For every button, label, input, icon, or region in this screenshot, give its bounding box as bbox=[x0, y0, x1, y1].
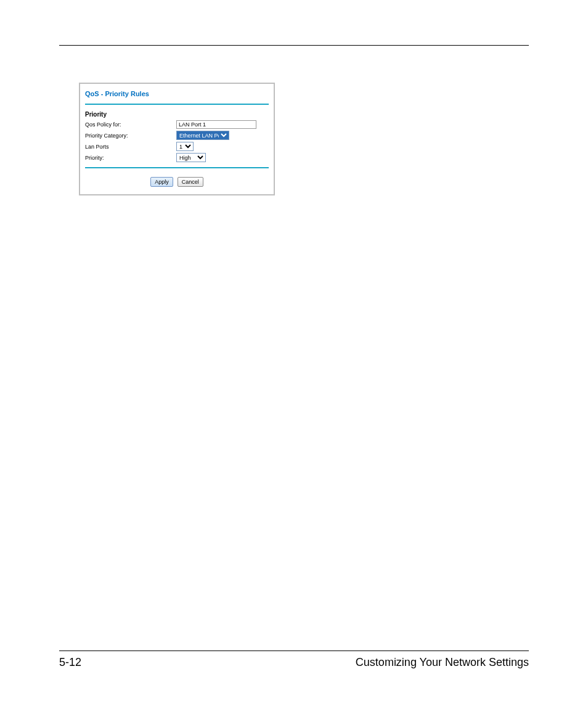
select-priority-category[interactable]: Ethernet LAN Port bbox=[176, 131, 229, 140]
page-footer-rule bbox=[59, 651, 529, 651]
row-policy-for: Qos Policy for: bbox=[85, 120, 269, 129]
row-lan-ports: Lan Ports 1 bbox=[85, 142, 269, 151]
label-policy-for: Qos Policy for: bbox=[85, 120, 176, 129]
cancel-button[interactable]: Cancel bbox=[178, 177, 203, 187]
qos-priority-rules-panel: QoS - Priority Rules Priority Qos Policy… bbox=[79, 83, 275, 195]
page-number: 5-12 bbox=[59, 656, 81, 669]
row-priority-category: Priority Category: Ethernet LAN Port bbox=[85, 131, 269, 140]
section-heading-priority: Priority bbox=[85, 111, 269, 118]
document-page: QoS - Priority Rules Priority Qos Policy… bbox=[0, 0, 588, 706]
row-priority: Priority: High bbox=[85, 153, 269, 162]
button-row: Apply Cancel bbox=[85, 177, 269, 187]
panel-title: QoS - Priority Rules bbox=[85, 89, 269, 105]
input-policy-for[interactable] bbox=[176, 120, 256, 129]
label-priority: Priority: bbox=[85, 154, 176, 162]
label-priority-category: Priority Category: bbox=[85, 131, 176, 140]
label-lan-ports: Lan Ports bbox=[85, 142, 176, 151]
page-footer: 5-12 Customizing Your Network Settings bbox=[59, 651, 529, 669]
select-lan-ports[interactable]: 1 bbox=[176, 142, 194, 151]
panel-divider bbox=[85, 167, 269, 168]
page-header-rule bbox=[59, 45, 529, 46]
apply-button[interactable]: Apply bbox=[150, 177, 173, 187]
page-footer-row: 5-12 Customizing Your Network Settings bbox=[59, 656, 529, 669]
chapter-title: Customizing Your Network Settings bbox=[356, 656, 529, 669]
select-priority[interactable]: High bbox=[176, 153, 206, 162]
